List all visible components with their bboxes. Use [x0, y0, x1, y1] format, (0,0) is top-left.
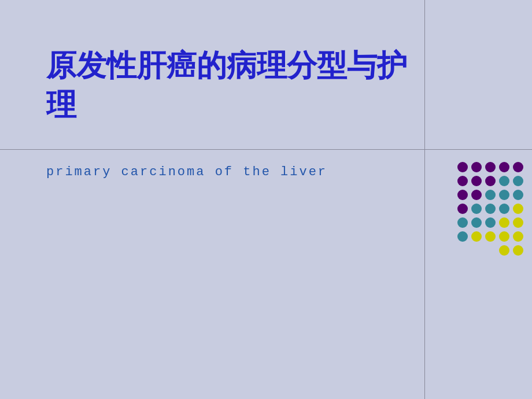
dot-purple: [457, 190, 468, 200]
dot-yellow: [499, 245, 509, 256]
dot-row: [428, 162, 523, 172]
dot-row: [428, 204, 523, 214]
dot-teal: [499, 204, 509, 214]
dot-yellow: [499, 231, 509, 242]
slide: 原发性肝癌的病理分型与护理 primary carcinoma of the l…: [0, 0, 532, 399]
dot-row: [428, 217, 523, 228]
dot-row: [428, 245, 523, 256]
dot-teal: [485, 217, 496, 228]
dot-teal: [471, 217, 482, 228]
dot-yellow: [485, 231, 496, 242]
dot-purple: [471, 190, 482, 200]
dot-teal: [513, 190, 523, 200]
dot-teal: [499, 176, 509, 186]
horizontal-divider: [0, 149, 532, 150]
dot-purple: [485, 176, 496, 186]
dot-purple: [485, 162, 496, 172]
dot-yellow: [513, 245, 523, 256]
dot-yellow: [513, 231, 523, 242]
dot-purple: [513, 162, 523, 172]
title-chinese: 原发性肝癌的病理分型与护理: [46, 46, 416, 124]
dot-teal: [485, 204, 496, 214]
dot-purple: [457, 176, 468, 186]
dot-yellow: [513, 204, 523, 214]
dot-grid-decoration: [428, 162, 523, 289]
dot-row: [428, 176, 523, 186]
dot-purple: [499, 162, 509, 172]
dot-teal: [457, 231, 468, 242]
subtitle-english: primary carcinoma of the liver: [46, 165, 327, 179]
dot-yellow: [499, 217, 509, 228]
vertical-divider: [424, 0, 425, 399]
dot-teal: [513, 176, 523, 186]
dot-row: [428, 231, 523, 242]
dot-teal: [471, 204, 482, 214]
dot-purple: [457, 204, 468, 214]
dot-teal: [499, 190, 509, 200]
dot-purple: [471, 162, 482, 172]
dot-yellow: [471, 231, 482, 242]
dot-purple: [471, 176, 482, 186]
dot-teal: [485, 190, 496, 200]
dot-teal: [457, 217, 468, 228]
dot-purple: [457, 162, 468, 172]
dot-yellow: [513, 217, 523, 228]
dot-row: [428, 190, 523, 200]
